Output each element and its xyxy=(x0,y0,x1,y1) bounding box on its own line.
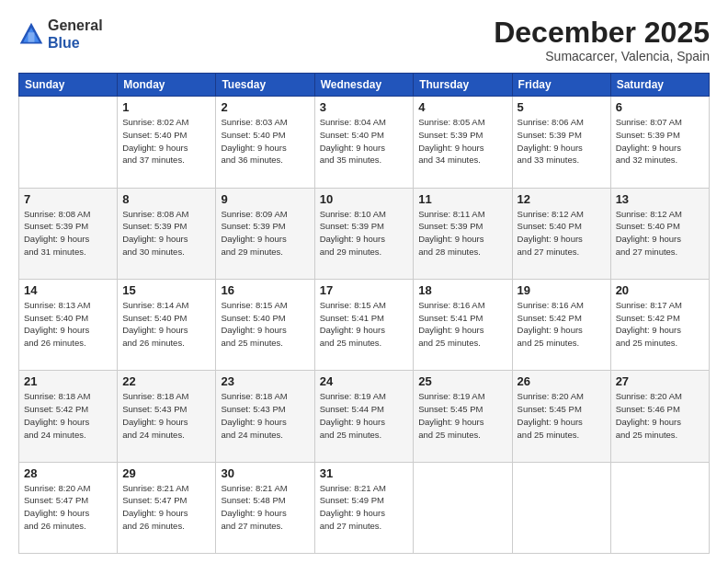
day-number: 12 xyxy=(518,192,606,206)
day-info: Sunrise: 8:14 AMSunset: 5:40 PMDaylight:… xyxy=(122,299,210,350)
calendar-header: Sunday Monday Tuesday Wednesday Thursday… xyxy=(19,74,710,97)
calendar-cell: 27Sunrise: 8:20 AMSunset: 5:46 PMDayligh… xyxy=(610,371,709,462)
logo-text: General Blue xyxy=(48,17,103,52)
day-info: Sunrise: 8:02 AMSunset: 5:40 PMDaylight:… xyxy=(122,116,210,167)
day-info: Sunrise: 8:17 AMSunset: 5:42 PMDaylight:… xyxy=(616,299,704,350)
calendar-cell: 8Sunrise: 8:08 AMSunset: 5:39 PMDaylight… xyxy=(118,188,216,279)
calendar-week-1: 1Sunrise: 8:02 AMSunset: 5:40 PMDaylight… xyxy=(19,97,710,188)
calendar-body: 1Sunrise: 8:02 AMSunset: 5:40 PMDaylight… xyxy=(19,97,710,554)
calendar-cell: 23Sunrise: 8:18 AMSunset: 5:43 PMDayligh… xyxy=(216,371,314,462)
day-number: 16 xyxy=(221,283,309,297)
calendar-week-5: 28Sunrise: 8:20 AMSunset: 5:47 PMDayligh… xyxy=(19,462,710,553)
month-title: December 2025 xyxy=(494,17,710,49)
calendar-cell: 16Sunrise: 8:15 AMSunset: 5:40 PMDayligh… xyxy=(216,279,314,370)
calendar-cell: 2Sunrise: 8:03 AMSunset: 5:40 PMDaylight… xyxy=(216,97,314,188)
day-number: 31 xyxy=(320,466,409,480)
day-info: Sunrise: 8:16 AMSunset: 5:42 PMDaylight:… xyxy=(518,299,606,350)
calendar-header-row: Sunday Monday Tuesday Wednesday Thursday… xyxy=(19,74,710,97)
day-number: 22 xyxy=(122,374,210,388)
calendar-cell: 1Sunrise: 8:02 AMSunset: 5:40 PMDaylight… xyxy=(118,97,216,188)
day-number: 4 xyxy=(418,100,506,114)
calendar-cell xyxy=(512,462,610,553)
calendar-cell: 28Sunrise: 8:20 AMSunset: 5:47 PMDayligh… xyxy=(19,462,118,553)
calendar-week-4: 21Sunrise: 8:18 AMSunset: 5:42 PMDayligh… xyxy=(19,371,710,462)
day-number: 8 xyxy=(122,192,210,206)
col-friday: Friday xyxy=(512,74,610,97)
day-info: Sunrise: 8:19 AMSunset: 5:44 PMDaylight:… xyxy=(320,390,409,441)
day-number: 25 xyxy=(418,374,506,388)
day-number: 6 xyxy=(616,100,704,114)
day-number: 19 xyxy=(518,283,606,297)
calendar-cell: 9Sunrise: 8:09 AMSunset: 5:39 PMDaylight… xyxy=(216,188,314,279)
calendar-cell: 22Sunrise: 8:18 AMSunset: 5:43 PMDayligh… xyxy=(118,371,216,462)
calendar-cell: 17Sunrise: 8:15 AMSunset: 5:41 PMDayligh… xyxy=(314,279,414,370)
day-info: Sunrise: 8:21 AMSunset: 5:48 PMDaylight:… xyxy=(221,482,309,533)
day-info: Sunrise: 8:08 AMSunset: 5:39 PMDaylight:… xyxy=(122,208,210,259)
day-number: 17 xyxy=(320,283,409,297)
calendar-cell: 4Sunrise: 8:05 AMSunset: 5:39 PMDaylight… xyxy=(414,97,512,188)
day-number: 5 xyxy=(518,100,606,114)
title-block: December 2025 Sumacarcer, Valencia, Spai… xyxy=(494,17,710,63)
calendar-cell: 25Sunrise: 8:19 AMSunset: 5:45 PMDayligh… xyxy=(414,371,512,462)
location: Sumacarcer, Valencia, Spain xyxy=(494,49,710,63)
calendar-cell xyxy=(610,462,709,553)
day-number: 29 xyxy=(122,466,210,480)
calendar-cell: 19Sunrise: 8:16 AMSunset: 5:42 PMDayligh… xyxy=(512,279,610,370)
day-number: 30 xyxy=(221,466,309,480)
col-wednesday: Wednesday xyxy=(314,74,414,97)
logo-blue: Blue xyxy=(48,34,103,52)
calendar-cell: 29Sunrise: 8:21 AMSunset: 5:47 PMDayligh… xyxy=(118,462,216,553)
day-info: Sunrise: 8:21 AMSunset: 5:49 PMDaylight:… xyxy=(320,482,409,533)
day-number: 24 xyxy=(320,374,409,388)
day-info: Sunrise: 8:20 AMSunset: 5:46 PMDaylight:… xyxy=(616,390,704,441)
calendar-table: Sunday Monday Tuesday Wednesday Thursday… xyxy=(18,73,710,554)
svg-rect-2 xyxy=(28,32,35,42)
calendar-cell: 11Sunrise: 8:11 AMSunset: 5:39 PMDayligh… xyxy=(414,188,512,279)
day-info: Sunrise: 8:21 AMSunset: 5:47 PMDaylight:… xyxy=(122,482,210,533)
calendar-cell xyxy=(414,462,512,553)
logo-icon xyxy=(18,21,44,47)
day-info: Sunrise: 8:18 AMSunset: 5:43 PMDaylight:… xyxy=(122,390,210,441)
calendar-cell: 10Sunrise: 8:10 AMSunset: 5:39 PMDayligh… xyxy=(314,188,414,279)
day-info: Sunrise: 8:08 AMSunset: 5:39 PMDaylight:… xyxy=(24,208,112,259)
day-info: Sunrise: 8:13 AMSunset: 5:40 PMDaylight:… xyxy=(24,299,112,350)
calendar-cell: 14Sunrise: 8:13 AMSunset: 5:40 PMDayligh… xyxy=(19,279,118,370)
day-number: 7 xyxy=(24,192,112,206)
col-saturday: Saturday xyxy=(610,74,709,97)
logo-general: General xyxy=(48,17,103,34)
day-info: Sunrise: 8:06 AMSunset: 5:39 PMDaylight:… xyxy=(518,116,606,167)
day-number: 18 xyxy=(418,283,506,297)
day-number: 9 xyxy=(221,192,309,206)
col-sunday: Sunday xyxy=(19,74,118,97)
calendar-cell: 18Sunrise: 8:16 AMSunset: 5:41 PMDayligh… xyxy=(414,279,512,370)
day-info: Sunrise: 8:03 AMSunset: 5:40 PMDaylight:… xyxy=(221,116,309,167)
col-tuesday: Tuesday xyxy=(216,74,314,97)
day-number: 28 xyxy=(24,466,112,480)
day-number: 11 xyxy=(418,192,506,206)
day-number: 2 xyxy=(221,100,309,114)
logo: General Blue xyxy=(18,17,103,52)
calendar-cell: 20Sunrise: 8:17 AMSunset: 5:42 PMDayligh… xyxy=(610,279,709,370)
day-info: Sunrise: 8:05 AMSunset: 5:39 PMDaylight:… xyxy=(418,116,506,167)
day-info: Sunrise: 8:19 AMSunset: 5:45 PMDaylight:… xyxy=(418,390,506,441)
day-info: Sunrise: 8:10 AMSunset: 5:39 PMDaylight:… xyxy=(320,208,409,259)
day-info: Sunrise: 8:20 AMSunset: 5:47 PMDaylight:… xyxy=(24,482,112,533)
calendar-cell: 3Sunrise: 8:04 AMSunset: 5:40 PMDaylight… xyxy=(314,97,414,188)
day-number: 20 xyxy=(616,283,704,297)
day-number: 27 xyxy=(616,374,704,388)
day-info: Sunrise: 8:18 AMSunset: 5:42 PMDaylight:… xyxy=(24,390,112,441)
page: General Blue December 2025 Sumacarcer, V… xyxy=(0,0,728,563)
calendar-cell: 31Sunrise: 8:21 AMSunset: 5:49 PMDayligh… xyxy=(314,462,414,553)
day-info: Sunrise: 8:15 AMSunset: 5:40 PMDaylight:… xyxy=(221,299,309,350)
day-number: 13 xyxy=(616,192,704,206)
day-info: Sunrise: 8:04 AMSunset: 5:40 PMDaylight:… xyxy=(320,116,409,167)
day-info: Sunrise: 8:20 AMSunset: 5:45 PMDaylight:… xyxy=(518,390,606,441)
calendar-cell xyxy=(19,97,118,188)
day-number: 3 xyxy=(320,100,409,114)
day-info: Sunrise: 8:18 AMSunset: 5:43 PMDaylight:… xyxy=(221,390,309,441)
calendar-cell: 12Sunrise: 8:12 AMSunset: 5:40 PMDayligh… xyxy=(512,188,610,279)
day-number: 21 xyxy=(24,374,112,388)
calendar-week-3: 14Sunrise: 8:13 AMSunset: 5:40 PMDayligh… xyxy=(19,279,710,370)
day-number: 15 xyxy=(122,283,210,297)
col-monday: Monday xyxy=(118,74,216,97)
